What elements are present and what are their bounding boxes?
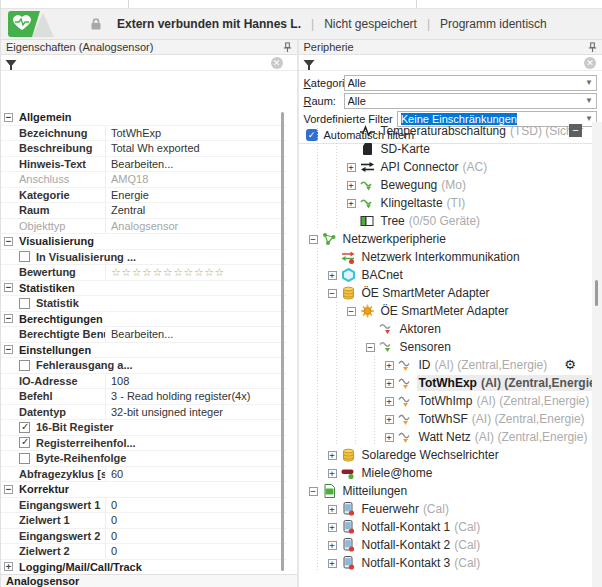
tree-row[interactable]: +BACnet — [309, 266, 602, 284]
checkbox-checked[interactable] — [19, 422, 30, 433]
scrollbar-thumb[interactable] — [595, 280, 598, 306]
tree-row[interactable]: Tree(0/50 Geräte) — [309, 212, 602, 230]
combo-select[interactable]: Alle▼ — [344, 93, 598, 109]
collapse-icon[interactable]: − — [366, 343, 375, 352]
expand-icon[interactable]: + — [328, 541, 337, 550]
collapse-all-icon[interactable]: − — [569, 124, 582, 137]
expand-icon[interactable]: + — [328, 523, 337, 532]
tree-item-text[interactable]: Mitteilungen — [341, 483, 410, 499]
tree-item-text[interactable]: BACnet — [360, 267, 405, 283]
property-row[interactable]: Datentyp32-bit unsigned integer — [1, 405, 287, 421]
pin-icon[interactable] — [587, 42, 598, 53]
expand-icon[interactable]: + — [347, 181, 356, 190]
filter-icon[interactable] — [303, 57, 315, 69]
section-header[interactable]: −Visualisierung — [1, 234, 287, 250]
tree-item-text[interactable]: Notfall-Kontakt 2(Cal) — [360, 537, 483, 553]
tree-item-text[interactable]: API Connector(AC) — [379, 159, 490, 175]
tree-row[interactable]: −ÖE SmartMeter Adapter — [309, 284, 602, 302]
filter-icon[interactable] — [5, 57, 17, 69]
checkbox-checked[interactable] — [19, 437, 30, 448]
properties-scrollbar[interactable] — [281, 112, 284, 571]
tree-row[interactable]: −Netzwerkperipherie — [309, 230, 602, 248]
section-header[interactable]: −Allgemein — [1, 110, 287, 126]
tree-row[interactable]: +Miele@home — [309, 464, 602, 482]
property-value[interactable]: Bearbeiten... — [105, 327, 287, 342]
property-value[interactable]: 0 — [105, 498, 287, 513]
section-header[interactable]: +Logging/Mail/Call/Track — [1, 560, 287, 575]
properties-panel-header[interactable]: Eigenschaften (Analogsensor) — [1, 40, 297, 55]
checkbox[interactable] — [19, 251, 30, 262]
expand-icon[interactable]: + — [328, 271, 337, 280]
collapse-icon[interactable]: − — [347, 307, 356, 316]
tree-row[interactable]: Aktoren — [309, 320, 602, 338]
property-row[interactable]: Statistik — [1, 296, 287, 312]
tree-item-text[interactable]: Miele@home — [360, 465, 435, 481]
collapse-icon[interactable]: − — [4, 113, 13, 122]
property-value[interactable]: ☆☆☆☆☆☆☆☆☆☆☆ — [105, 265, 287, 280]
tree-item-text[interactable]: Sensoren — [398, 339, 453, 355]
tree-row[interactable]: +Notfall-Kontakt 2(Cal) — [309, 536, 602, 554]
tree-item-text[interactable]: Notfall-Kontakt 3(Cal) — [360, 555, 483, 571]
checkbox[interactable] — [19, 298, 30, 309]
tree-row[interactable]: +API Connector(AC) — [309, 158, 602, 176]
property-value[interactable]: 0 — [105, 544, 287, 559]
expand-icon[interactable]: + — [385, 379, 394, 388]
tree-row[interactable]: +Notfall-Kontakt 3(Cal) — [309, 554, 602, 572]
section-header[interactable]: −Korrektur — [1, 482, 287, 498]
tree-row[interactable]: +ID(AI) (Zentral,Energie)⚙ — [309, 356, 602, 374]
clear-filter-icon[interactable]: ✕ — [584, 57, 596, 69]
property-value[interactable]: TotWhExp — [105, 126, 287, 141]
property-value[interactable]: 32-bit unsigned integer — [105, 405, 287, 420]
tree-row[interactable]: +TotWhImp(AI) (Zentral,Energie) — [309, 392, 602, 410]
property-value[interactable]: 60 — [105, 467, 287, 482]
tree-item-text[interactable]: Aktoren — [398, 321, 443, 337]
tree-row[interactable]: +Feuerwehr(Cal) — [309, 500, 602, 518]
property-row[interactable]: IO-Adresse108 — [1, 374, 287, 390]
tree-item-text[interactable]: TotWhExp(AI) (Zentral,Energie — [417, 375, 598, 391]
clear-filter-icon[interactable]: ✕ — [271, 57, 283, 69]
tree-item-text[interactable]: SD-Karte — [379, 141, 432, 157]
health-heart-logo-icon[interactable] — [7, 10, 57, 38]
property-value[interactable]: 3 - Read holding register(4x) — [105, 389, 287, 404]
periphery-panel-header[interactable]: Peripherie — [299, 40, 602, 55]
property-row[interactable]: Eingangswert 20 — [1, 529, 287, 545]
tree-item-text[interactable]: Bewegung(Mo) — [379, 177, 468, 193]
property-row[interactable]: Eingangswert 10 — [1, 498, 287, 514]
property-value[interactable]: Total Wh exported — [105, 141, 287, 156]
property-row[interactable]: BeschreibungTotal Wh exported — [1, 141, 287, 157]
tree-row[interactable]: +Solaredge Wechselrichter — [309, 446, 602, 464]
section-header[interactable]: −Berechtigungen — [1, 312, 287, 328]
expand-icon[interactable]: + — [347, 199, 356, 208]
expand-icon[interactable]: + — [4, 562, 13, 571]
property-row[interactable]: ObjekttypAnalogsensor — [1, 219, 287, 235]
collapse-icon[interactable]: − — [328, 289, 337, 298]
property-row[interactable]: Fehlerausgang a... — [1, 358, 287, 374]
expand-icon[interactable]: + — [385, 361, 394, 370]
property-row[interactable]: Zielwert 10 — [1, 513, 287, 529]
tree-row[interactable]: −Sensoren — [309, 338, 602, 356]
property-value[interactable]: Bearbeiten... — [105, 157, 287, 172]
rating-stars[interactable]: ☆☆☆☆☆☆☆☆☆☆☆ — [111, 266, 225, 279]
checkbox[interactable] — [19, 360, 30, 371]
tree-row[interactable]: SD-Karte — [309, 140, 602, 158]
tree-item-text[interactable]: Notfall-Kontakt 1(Cal) — [360, 519, 483, 535]
property-row[interactable]: BezeichnungTotWhExp — [1, 126, 287, 142]
property-row[interactable]: KategorieEnergie — [1, 188, 287, 204]
property-value[interactable]: Energie — [105, 188, 287, 203]
collapse-icon[interactable]: − — [4, 345, 13, 354]
property-row[interactable]: AnschlussAMQ18 — [1, 172, 287, 188]
property-value[interactable]: 0 — [105, 513, 287, 528]
section-header[interactable]: −Statistiken — [1, 281, 287, 297]
collapse-icon[interactable]: − — [4, 314, 13, 323]
expand-icon[interactable]: + — [328, 559, 337, 568]
tree-item-text[interactable]: Netzwerkperipherie — [341, 231, 448, 247]
tree-item-text[interactable]: Temperaturabschaltung(TSD) (Sicher — [379, 123, 586, 139]
tree-row[interactable]: +TotWhSF(AI) (Zentral,Energie) — [309, 410, 602, 428]
expand-icon[interactable]: + — [328, 451, 337, 460]
tree-row[interactable]: +Klingeltaste(TI) — [309, 194, 602, 212]
property-row[interactable]: Befehl3 - Read holding register(4x) — [1, 389, 287, 405]
collapse-icon[interactable]: − — [4, 283, 13, 292]
property-row[interactable]: Hinweis-TextBearbeiten... — [1, 157, 287, 173]
collapse-icon[interactable]: − — [4, 237, 13, 246]
checkbox[interactable] — [19, 453, 30, 464]
